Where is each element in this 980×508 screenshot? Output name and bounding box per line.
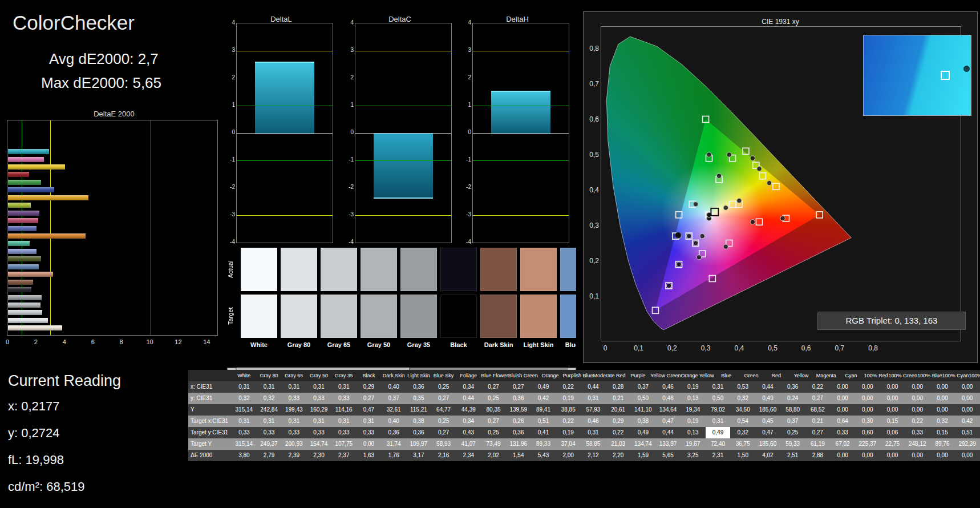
delta-bar xyxy=(255,62,314,134)
y-tick-label: 0,8 xyxy=(584,45,599,53)
measurement-marker xyxy=(780,216,785,220)
x-tick-label: 0,1 xyxy=(632,344,646,352)
table-cell: 0,34 xyxy=(456,381,481,393)
deltac-plot xyxy=(355,23,452,243)
table-cell: 44,39 xyxy=(456,404,481,416)
table-cell: 0,27 xyxy=(805,427,831,438)
table-header-row: WhiteGray 80Gray 65Gray 50Gray 35BlackDa… xyxy=(188,370,980,381)
y-tick-label: -2 xyxy=(227,184,235,190)
table-cell: 0,37 xyxy=(381,393,406,404)
deltae-bar xyxy=(8,318,48,323)
table-cell: 89,76 xyxy=(930,438,955,450)
table-cell: 0,32 xyxy=(257,393,282,404)
table-cell: 0,31 xyxy=(306,381,331,393)
table-cell: 0,36 xyxy=(406,381,431,393)
table-cell: 2,88 xyxy=(805,450,831,461)
table-cell: 0,26 xyxy=(506,416,531,427)
table-cell: 34,50 xyxy=(730,404,755,416)
patch-label: Black xyxy=(440,341,477,348)
y-tick-label: 3 xyxy=(346,47,354,53)
reference-line xyxy=(473,215,569,216)
table-row: y: CIE310,320,320,330,330,330,270,370,35… xyxy=(188,393,980,404)
target-marker xyxy=(709,276,715,282)
table-cell: 0,00 xyxy=(905,393,930,404)
x-tick-label: 0 xyxy=(2,338,13,345)
measurement-marker xyxy=(693,241,698,245)
table-cell: 0,51 xyxy=(955,427,980,438)
column-header: Gray 80 xyxy=(257,370,282,381)
table-cell: 0,31 xyxy=(706,416,731,427)
table-cell: 2,34 xyxy=(456,450,481,461)
table-cell: 0,00 xyxy=(905,381,930,393)
table-cell: 3,25 xyxy=(681,450,706,461)
reference-line xyxy=(237,160,333,161)
column-header: Magenta xyxy=(813,370,839,381)
table-cell: 2,20 xyxy=(606,450,631,461)
reference-line xyxy=(237,106,333,106)
measurement-marker xyxy=(727,152,731,157)
y-tick-label: -4 xyxy=(227,239,235,245)
patch-label: Gray 50 xyxy=(361,341,397,348)
table-cell: 1,54 xyxy=(506,450,531,461)
table-cell: 0,13 xyxy=(681,393,706,404)
reading-fl: fL: 19,998 xyxy=(8,453,121,467)
actual-patch xyxy=(520,248,557,291)
table-cell: 4,02 xyxy=(755,450,780,461)
measurement-marker xyxy=(696,255,701,260)
table-cell: 2,00 xyxy=(556,450,581,461)
table-cell: 89,41 xyxy=(531,404,556,416)
y-tick-label: 0 xyxy=(346,129,354,135)
actual-patch xyxy=(361,248,397,291)
actual-patch xyxy=(241,248,277,291)
measurement-marker xyxy=(693,202,698,207)
table-cell: 225,37 xyxy=(855,438,880,450)
table-cell: 0,42 xyxy=(531,393,556,404)
table-cell: 32,61 xyxy=(381,404,406,416)
x-tick-label: 0,3 xyxy=(699,344,712,352)
deltae-bar xyxy=(8,211,39,216)
table-cell: 2,12 xyxy=(581,450,606,461)
target-patch xyxy=(281,295,317,338)
deltae-bar xyxy=(8,303,41,308)
table-cell: 0,31 xyxy=(581,427,606,438)
table-cell: 0,49 xyxy=(531,381,556,393)
x-tick-label: 0,6 xyxy=(799,344,813,352)
table-cell: 41,07 xyxy=(456,438,481,450)
deltac-chart: DeltaC 43210-1-2-3-4 xyxy=(346,15,454,244)
target-patch xyxy=(560,295,576,338)
target-marker xyxy=(653,307,659,313)
column-header: Yellow xyxy=(789,370,814,381)
table-cell: 0,33 xyxy=(905,427,930,438)
table-cell: 0,00 xyxy=(357,438,382,450)
measurement-marker xyxy=(723,205,728,210)
row-label: Target x:CIE31 xyxy=(188,416,232,427)
table-cell: 0,13 xyxy=(681,427,706,438)
inset-measurement-marker xyxy=(963,66,970,72)
table-cell: 0,00 xyxy=(855,450,880,461)
deltae-bar xyxy=(8,164,65,170)
table-cell: 67,02 xyxy=(830,438,855,450)
table-cell: 0,32 xyxy=(232,393,257,404)
table-cell: 249,37 xyxy=(257,438,282,450)
table-cell: 0,32 xyxy=(930,416,955,427)
colorchecker-screen: ColorChecker Avg dE2000: 2,7 Max dE2000:… xyxy=(0,0,980,508)
y-tick-label: 0,7 xyxy=(584,80,599,88)
table-cell: 2,31 xyxy=(706,450,731,461)
y-tick-label: -2 xyxy=(463,184,471,190)
measurement-marker xyxy=(666,283,671,288)
measurement-marker xyxy=(750,156,755,160)
table-cell: 0,00 xyxy=(830,393,855,404)
deltae-bar xyxy=(8,256,41,261)
table-cell: 0,32 xyxy=(730,427,755,438)
column-header: 100% Green xyxy=(889,370,918,381)
table-cell: 20,61 xyxy=(606,404,631,416)
table-cell: 0,46 xyxy=(655,381,681,393)
table-cell: 72,40 xyxy=(706,438,731,450)
target-marker xyxy=(703,116,709,123)
table-cell: 0,44 xyxy=(755,381,780,393)
row-label: Target y:CIE31 xyxy=(188,427,232,438)
target-marker xyxy=(730,201,736,207)
y-tick-label: 2 xyxy=(346,74,354,80)
target-row-label: Target xyxy=(227,295,237,338)
column-header: Black xyxy=(357,370,382,381)
